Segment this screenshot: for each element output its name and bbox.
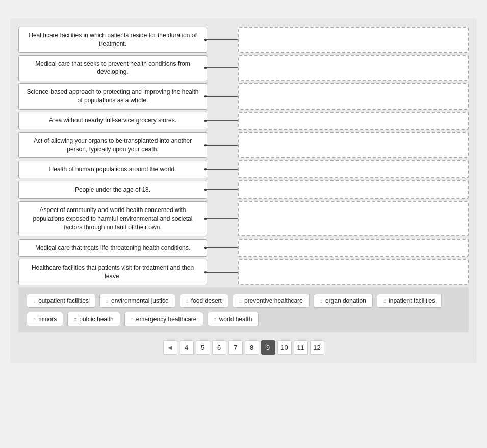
drag-icon: :: bbox=[214, 316, 216, 322]
connector-6 bbox=[207, 160, 238, 178]
match-row: People under the age of 18. bbox=[18, 180, 469, 199]
terms-bank[interactable]: ::outpatient facilities::environmental j… bbox=[18, 287, 469, 332]
prompt-box-10: Healthcare facilities that patients visi… bbox=[18, 259, 207, 285]
term-label: organ donation bbox=[325, 297, 366, 304]
term-label: public health bbox=[79, 315, 113, 323]
term-chip-t3[interactable]: ::food desert bbox=[180, 294, 228, 308]
connector-3 bbox=[207, 83, 238, 110]
term-label: world health bbox=[219, 315, 252, 323]
prompt-box-8: Aspect of community and world health con… bbox=[18, 201, 207, 236]
term-chip-t8[interactable]: ::public health bbox=[67, 312, 120, 326]
term-chip-t7[interactable]: ::minors bbox=[27, 312, 63, 326]
term-label: minors bbox=[38, 315, 57, 323]
connector-8 bbox=[207, 201, 238, 236]
answer-drop-5[interactable] bbox=[238, 132, 469, 159]
match-row: Aspect of community and world health con… bbox=[18, 201, 469, 236]
match-row: Medical care that seeks to prevent healt… bbox=[18, 55, 469, 82]
answer-drop-6[interactable] bbox=[238, 160, 469, 178]
match-row: Healthcare facilities in which patients … bbox=[18, 27, 469, 53]
page-btn-7[interactable]: 7 bbox=[228, 340, 243, 355]
drag-icon: :: bbox=[239, 298, 241, 304]
match-row: Act of allowing your organs to be transp… bbox=[18, 132, 469, 159]
drag-icon: :: bbox=[106, 298, 108, 304]
page-btn-9[interactable]: 9 bbox=[261, 340, 275, 355]
connector-7 bbox=[207, 180, 238, 199]
match-row: Science-based approach to protecting and… bbox=[18, 83, 469, 110]
prompt-box-1: Healthcare facilities in which patients … bbox=[18, 27, 207, 53]
term-label: inpatient facilities bbox=[389, 297, 435, 304]
match-row: Health of human populations around the w… bbox=[18, 160, 469, 178]
drag-icon: :: bbox=[74, 316, 76, 322]
term-chip-t6[interactable]: ::inpatient facilities bbox=[377, 294, 442, 308]
answer-drop-2[interactable] bbox=[238, 55, 469, 82]
match-row: Healthcare facilities that patients visi… bbox=[18, 259, 469, 285]
match-row: Medical care that treats life-threatenin… bbox=[18, 239, 469, 257]
answer-drop-8[interactable] bbox=[238, 201, 469, 236]
answer-drop-10[interactable] bbox=[238, 259, 469, 285]
connector-4 bbox=[207, 112, 238, 130]
term-chip-t10[interactable]: ::world health bbox=[208, 312, 259, 326]
answer-drop-9[interactable] bbox=[238, 239, 469, 257]
drag-icon: :: bbox=[131, 316, 133, 322]
answer-drop-3[interactable] bbox=[238, 83, 469, 110]
pagination: ◄456789101112 bbox=[18, 340, 469, 355]
prompt-box-3: Science-based approach to protecting and… bbox=[18, 83, 207, 110]
answer-drop-1[interactable] bbox=[238, 27, 469, 53]
pagination-prev[interactable]: ◄ bbox=[163, 340, 177, 355]
prompt-box-9: Medical care that treats life-threatenin… bbox=[18, 239, 207, 257]
term-label: emergency healthcare bbox=[136, 315, 197, 323]
connector-10 bbox=[207, 259, 238, 285]
prompt-box-4: Area without nearby full-service grocery… bbox=[18, 112, 207, 129]
term-chip-t4[interactable]: ::preventive healthcare bbox=[233, 294, 310, 308]
connector-5 bbox=[207, 132, 238, 159]
term-chip-t5[interactable]: ::organ donation bbox=[314, 294, 373, 308]
prompt-box-2: Medical care that seeks to prevent healt… bbox=[18, 55, 207, 82]
page-btn-8[interactable]: 8 bbox=[245, 340, 259, 355]
connector-9 bbox=[207, 239, 238, 257]
matching-area: Healthcare facilities in which patients … bbox=[18, 27, 469, 285]
main-container: Healthcare facilities in which patients … bbox=[10, 18, 477, 363]
page-btn-12[interactable]: 12 bbox=[310, 340, 324, 355]
drag-icon: :: bbox=[383, 298, 386, 304]
prompt-box-7: People under the age of 18. bbox=[18, 181, 207, 199]
answer-drop-4[interactable] bbox=[238, 112, 469, 130]
page-btn-4[interactable]: 4 bbox=[180, 340, 194, 355]
answer-drop-7[interactable] bbox=[238, 180, 469, 199]
term-label: outpatient facilities bbox=[38, 297, 89, 304]
term-label: environmental justice bbox=[111, 297, 169, 304]
term-label: preventive healthcare bbox=[244, 297, 303, 304]
prompt-box-5: Act of allowing your organs to be transp… bbox=[18, 132, 207, 159]
page-btn-11[interactable]: 11 bbox=[294, 340, 308, 355]
connector-1 bbox=[207, 27, 238, 53]
term-chip-t9[interactable]: ::emergency healthcare bbox=[124, 312, 203, 326]
connector-2 bbox=[207, 55, 238, 82]
prompt-box-6: Health of human populations around the w… bbox=[18, 161, 207, 178]
drag-icon: :: bbox=[320, 298, 322, 304]
page-btn-6[interactable]: 6 bbox=[212, 340, 226, 355]
drag-icon: :: bbox=[33, 298, 35, 304]
drag-icon: :: bbox=[186, 298, 188, 304]
page-btn-5[interactable]: 5 bbox=[196, 340, 210, 355]
term-chip-t1[interactable]: ::outpatient facilities bbox=[27, 294, 95, 308]
drag-icon: :: bbox=[33, 316, 35, 322]
term-chip-t2[interactable]: ::environmental justice bbox=[99, 294, 175, 308]
page-btn-10[interactable]: 10 bbox=[277, 340, 292, 355]
match-row: Area without nearby full-service grocery… bbox=[18, 112, 469, 130]
term-label: food desert bbox=[191, 297, 222, 304]
